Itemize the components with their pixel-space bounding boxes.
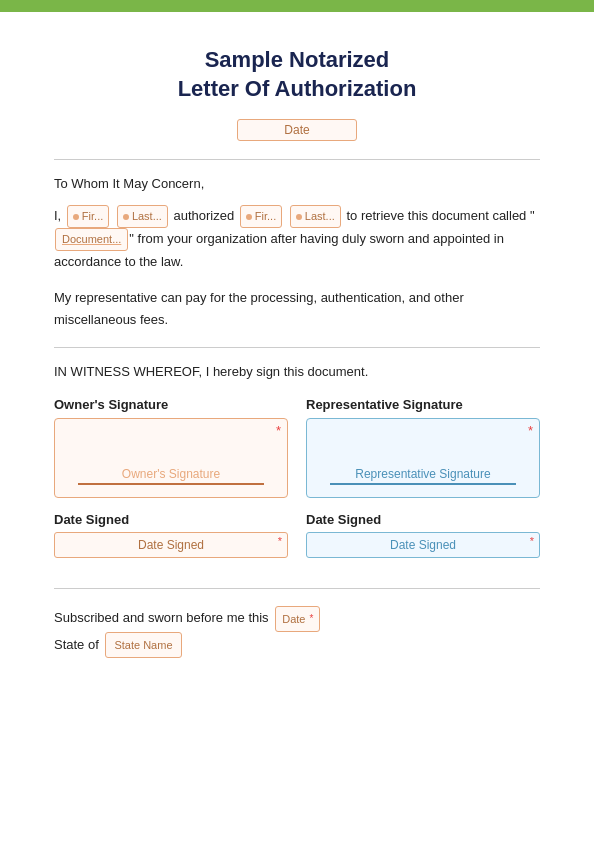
rep-sig-inner: Representative Signature	[330, 467, 516, 485]
signature-section: Owner's Signature * Owner's Signature Re…	[54, 397, 540, 498]
body-paragraph: I, Fir... Last... authorized Fir... Last…	[54, 205, 540, 273]
subscribed-line1: Subscribed and sworn before me this Date…	[54, 605, 540, 632]
rep-date-col: Date Signed Date Signed *	[306, 512, 540, 558]
date-input[interactable]: Date	[237, 119, 357, 141]
owner-last-field[interactable]: Last...	[117, 205, 168, 228]
rep-date-input[interactable]: Date Signed *	[306, 532, 540, 558]
rep-sig-label: Representative Signature	[306, 397, 540, 412]
rep-sig-box[interactable]: * Representative Signature	[306, 418, 540, 498]
owner-sig-required: *	[276, 423, 281, 438]
subscribed-date-required: *	[310, 609, 314, 629]
field-dot	[296, 214, 302, 220]
state-name-field[interactable]: State Name	[105, 632, 181, 658]
field-dot	[123, 214, 129, 220]
date-field-wrapper: Date	[54, 119, 540, 141]
owner-date-col: Date Signed Date Signed *	[54, 512, 288, 558]
rep-first-field[interactable]: Fir...	[240, 205, 282, 228]
divider-3	[54, 588, 540, 589]
rep-last-field[interactable]: Last...	[290, 205, 341, 228]
rep-sig-required: *	[528, 423, 533, 438]
owner-sig-label: Owner's Signature	[54, 397, 288, 412]
owner-date-input[interactable]: Date Signed *	[54, 532, 288, 558]
owner-sig-inner: Owner's Signature	[78, 467, 264, 485]
owner-sig-placeholder: Owner's Signature	[78, 467, 264, 485]
date-signed-section: Date Signed Date Signed * Date Signed Da…	[54, 512, 540, 558]
subscribed-line2: State of State Name	[54, 632, 540, 659]
owner-date-placeholder: Date Signed	[138, 538, 204, 552]
divider-2	[54, 347, 540, 348]
misc-text: My representative can pay for the proces…	[54, 287, 540, 331]
owner-sig-col: Owner's Signature * Owner's Signature	[54, 397, 288, 498]
page-title: Sample Notarized Letter Of Authorization	[54, 46, 540, 103]
field-dot	[73, 214, 79, 220]
owner-date-label: Date Signed	[54, 512, 288, 527]
rep-date-label: Date Signed	[306, 512, 540, 527]
owner-date-required: *	[278, 535, 282, 547]
field-dot	[246, 214, 252, 220]
subscribed-date-field[interactable]: Date *	[275, 606, 320, 632]
subscribed-section: Subscribed and sworn before me this Date…	[54, 605, 540, 658]
divider-1	[54, 159, 540, 160]
rep-date-placeholder: Date Signed	[390, 538, 456, 552]
owner-first-field[interactable]: Fir...	[67, 205, 109, 228]
witness-text: IN WITNESS WHEREOF, I hereby sign this d…	[54, 364, 540, 379]
salutation: To Whom It May Concern,	[54, 176, 540, 191]
rep-date-required: *	[530, 535, 534, 547]
rep-sig-col: Representative Signature * Representativ…	[306, 397, 540, 498]
document-field[interactable]: Document...	[55, 228, 128, 251]
owner-sig-box[interactable]: * Owner's Signature	[54, 418, 288, 498]
rep-sig-placeholder: Representative Signature	[330, 467, 516, 485]
green-bar	[0, 0, 594, 12]
